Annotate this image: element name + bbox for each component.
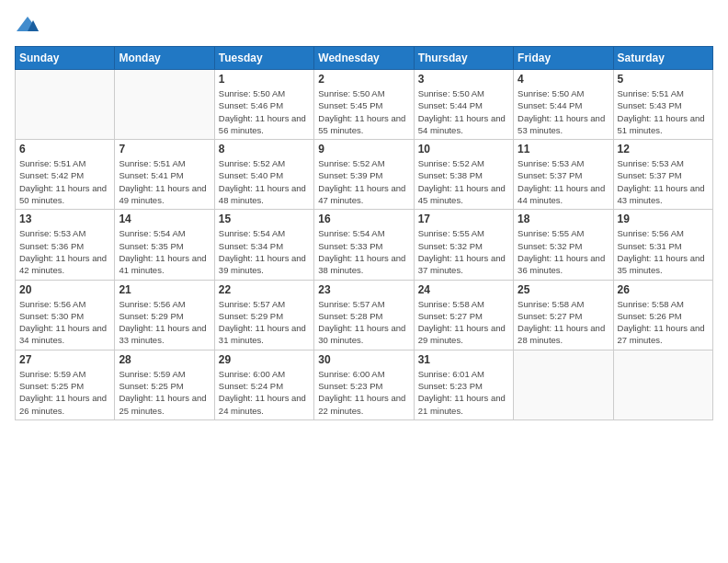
calendar-cell: 29Sunrise: 6:00 AM Sunset: 5:24 PM Dayli… [214, 350, 313, 419]
day-info: Sunrise: 5:58 AM Sunset: 5:26 PM Dayligh… [618, 298, 709, 347]
calendar-cell: 19Sunrise: 5:56 AM Sunset: 5:31 PM Dayli… [613, 210, 712, 280]
day-info: Sunrise: 5:54 AM Sunset: 5:34 PM Dayligh… [219, 227, 310, 276]
day-number: 24 [418, 283, 509, 296]
day-info: Sunrise: 5:51 AM Sunset: 5:43 PM Dayligh… [618, 87, 709, 136]
day-info: Sunrise: 5:51 AM Sunset: 5:42 PM Dayligh… [19, 157, 110, 206]
day-number: 13 [19, 213, 110, 225]
day-number: 22 [219, 283, 310, 296]
column-header-thursday: Thursday [414, 47, 513, 70]
day-info: Sunrise: 5:54 AM Sunset: 5:35 PM Dayligh… [119, 227, 210, 276]
day-number: 5 [618, 73, 709, 86]
day-info: Sunrise: 5:55 AM Sunset: 5:32 PM Dayligh… [518, 227, 609, 276]
day-info: Sunrise: 5:52 AM Sunset: 5:38 PM Dayligh… [418, 157, 509, 206]
day-number: 3 [418, 73, 509, 86]
day-number: 25 [518, 283, 609, 296]
column-header-monday: Monday [115, 47, 214, 70]
day-info: Sunrise: 5:59 AM Sunset: 5:25 PM Dayligh… [119, 368, 210, 417]
day-info: Sunrise: 5:50 AM Sunset: 5:46 PM Dayligh… [219, 87, 310, 136]
day-info: Sunrise: 5:54 AM Sunset: 5:33 PM Dayligh… [318, 227, 409, 276]
calendar-cell: 9Sunrise: 5:52 AM Sunset: 5:39 PM Daylig… [314, 140, 414, 210]
day-info: Sunrise: 5:50 AM Sunset: 5:44 PM Dayligh… [418, 87, 509, 136]
column-header-sunday: Sunday [16, 47, 115, 70]
day-info: Sunrise: 5:56 AM Sunset: 5:31 PM Dayligh… [618, 227, 709, 276]
day-number: 30 [318, 353, 409, 366]
day-info: Sunrise: 5:53 AM Sunset: 5:37 PM Dayligh… [618, 157, 709, 206]
day-number: 21 [119, 283, 210, 296]
logo [15, 15, 42, 35]
calendar-cell: 15Sunrise: 5:54 AM Sunset: 5:34 PM Dayli… [214, 210, 313, 280]
calendar-cell: 31Sunrise: 6:01 AM Sunset: 5:23 PM Dayli… [414, 350, 513, 419]
calendar-table: SundayMondayTuesdayWednesdayThursdayFrid… [15, 46, 713, 420]
calendar-cell: 10Sunrise: 5:52 AM Sunset: 5:38 PM Dayli… [414, 140, 513, 210]
calendar-cell: 5Sunrise: 5:51 AM Sunset: 5:43 PM Daylig… [613, 70, 712, 140]
day-info: Sunrise: 5:56 AM Sunset: 5:30 PM Dayligh… [19, 298, 110, 347]
calendar-cell: 16Sunrise: 5:54 AM Sunset: 5:33 PM Dayli… [314, 210, 414, 280]
day-info: Sunrise: 5:51 AM Sunset: 5:41 PM Dayligh… [119, 157, 210, 206]
calendar-cell: 2Sunrise: 5:50 AM Sunset: 5:45 PM Daylig… [314, 70, 414, 140]
day-number: 12 [618, 143, 709, 155]
day-info: Sunrise: 5:58 AM Sunset: 5:27 PM Dayligh… [418, 298, 509, 347]
day-number: 18 [518, 213, 609, 225]
day-info: Sunrise: 5:59 AM Sunset: 5:25 PM Dayligh… [19, 368, 110, 417]
page-header [15, 15, 713, 35]
day-number: 17 [418, 213, 509, 225]
day-number: 6 [19, 143, 110, 155]
day-number: 8 [219, 143, 310, 155]
day-info: Sunrise: 6:01 AM Sunset: 5:23 PM Dayligh… [418, 368, 509, 417]
calendar-cell: 21Sunrise: 5:56 AM Sunset: 5:29 PM Dayli… [115, 280, 214, 350]
day-number: 1 [219, 73, 310, 86]
calendar-week-row: 27Sunrise: 5:59 AM Sunset: 5:25 PM Dayli… [16, 350, 713, 419]
column-header-wednesday: Wednesday [314, 47, 414, 70]
day-info: Sunrise: 5:56 AM Sunset: 5:29 PM Dayligh… [119, 298, 210, 347]
calendar-cell [613, 350, 712, 419]
day-info: Sunrise: 5:52 AM Sunset: 5:40 PM Dayligh… [219, 157, 310, 206]
calendar-header-row: SundayMondayTuesdayWednesdayThursdayFrid… [16, 47, 713, 70]
day-info: Sunrise: 6:00 AM Sunset: 5:23 PM Dayligh… [318, 368, 409, 417]
calendar-cell: 13Sunrise: 5:53 AM Sunset: 5:36 PM Dayli… [16, 210, 115, 280]
calendar-cell: 25Sunrise: 5:58 AM Sunset: 5:27 PM Dayli… [514, 280, 613, 350]
calendar-cell: 3Sunrise: 5:50 AM Sunset: 5:44 PM Daylig… [414, 70, 513, 140]
calendar-cell: 1Sunrise: 5:50 AM Sunset: 5:46 PM Daylig… [214, 70, 313, 140]
calendar-cell: 30Sunrise: 6:00 AM Sunset: 5:23 PM Dayli… [314, 350, 414, 419]
day-number: 31 [418, 353, 509, 366]
day-info: Sunrise: 5:58 AM Sunset: 5:27 PM Dayligh… [518, 298, 609, 347]
day-number: 10 [418, 143, 509, 155]
day-number: 28 [119, 353, 210, 366]
day-number: 15 [219, 213, 310, 225]
calendar-cell: 6Sunrise: 5:51 AM Sunset: 5:42 PM Daylig… [16, 140, 115, 210]
day-info: Sunrise: 5:57 AM Sunset: 5:28 PM Dayligh… [318, 298, 409, 347]
calendar-week-row: 20Sunrise: 5:56 AM Sunset: 5:30 PM Dayli… [16, 280, 713, 350]
calendar-week-row: 1Sunrise: 5:50 AM Sunset: 5:46 PM Daylig… [16, 70, 713, 140]
column-header-saturday: Saturday [613, 47, 712, 70]
calendar-cell: 18Sunrise: 5:55 AM Sunset: 5:32 PM Dayli… [514, 210, 613, 280]
calendar-cell: 17Sunrise: 5:55 AM Sunset: 5:32 PM Dayli… [414, 210, 513, 280]
calendar-cell: 22Sunrise: 5:57 AM Sunset: 5:29 PM Dayli… [214, 280, 313, 350]
calendar-cell: 11Sunrise: 5:53 AM Sunset: 5:37 PM Dayli… [514, 140, 613, 210]
logo-icon [15, 15, 40, 35]
calendar-cell [16, 70, 115, 140]
calendar-cell [514, 350, 613, 419]
calendar-cell: 24Sunrise: 5:58 AM Sunset: 5:27 PM Dayli… [414, 280, 513, 350]
calendar-week-row: 6Sunrise: 5:51 AM Sunset: 5:42 PM Daylig… [16, 140, 713, 210]
calendar-cell: 4Sunrise: 5:50 AM Sunset: 5:44 PM Daylig… [514, 70, 613, 140]
calendar-cell: 14Sunrise: 5:54 AM Sunset: 5:35 PM Dayli… [115, 210, 214, 280]
calendar-cell: 26Sunrise: 5:58 AM Sunset: 5:26 PM Dayli… [613, 280, 712, 350]
column-header-friday: Friday [514, 47, 613, 70]
calendar-cell: 7Sunrise: 5:51 AM Sunset: 5:41 PM Daylig… [115, 140, 214, 210]
column-header-tuesday: Tuesday [214, 47, 313, 70]
day-number: 2 [318, 73, 409, 86]
day-info: Sunrise: 5:55 AM Sunset: 5:32 PM Dayligh… [418, 227, 509, 276]
day-number: 14 [119, 213, 210, 225]
day-number: 23 [318, 283, 409, 296]
day-info: Sunrise: 6:00 AM Sunset: 5:24 PM Dayligh… [219, 368, 310, 417]
day-info: Sunrise: 5:53 AM Sunset: 5:36 PM Dayligh… [19, 227, 110, 276]
day-info: Sunrise: 5:52 AM Sunset: 5:39 PM Dayligh… [318, 157, 409, 206]
day-number: 9 [318, 143, 409, 155]
day-info: Sunrise: 5:53 AM Sunset: 5:37 PM Dayligh… [518, 157, 609, 206]
calendar-week-row: 13Sunrise: 5:53 AM Sunset: 5:36 PM Dayli… [16, 210, 713, 280]
calendar-cell: 27Sunrise: 5:59 AM Sunset: 5:25 PM Dayli… [16, 350, 115, 419]
day-number: 29 [219, 353, 310, 366]
calendar-cell: 23Sunrise: 5:57 AM Sunset: 5:28 PM Dayli… [314, 280, 414, 350]
day-number: 11 [518, 143, 609, 155]
calendar-cell: 12Sunrise: 5:53 AM Sunset: 5:37 PM Dayli… [613, 140, 712, 210]
